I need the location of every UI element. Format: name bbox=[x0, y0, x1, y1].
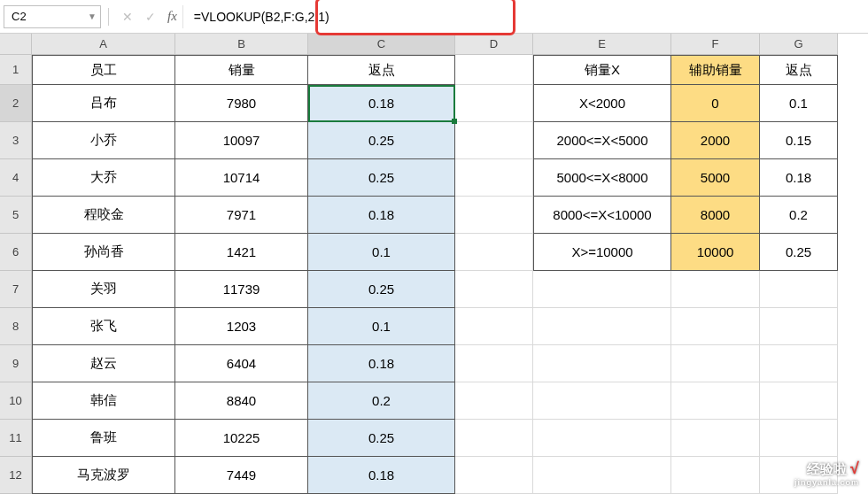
cell-C7[interactable]: 0.25 bbox=[308, 271, 455, 308]
cell-G1[interactable]: 返点 bbox=[760, 55, 838, 85]
cell-B10[interactable]: 8840 bbox=[175, 382, 308, 420]
cell-D5[interactable] bbox=[455, 197, 533, 234]
cell-B4[interactable]: 10714 bbox=[175, 159, 308, 197]
cell-G4[interactable]: 0.18 bbox=[760, 159, 838, 197]
col-header-E[interactable]: E bbox=[533, 34, 671, 55]
cell-B3[interactable]: 10097 bbox=[175, 122, 308, 159]
row-header-9[interactable]: 9 bbox=[0, 345, 32, 382]
row-header-5[interactable]: 5 bbox=[0, 197, 32, 234]
cell-B1[interactable]: 销量 bbox=[175, 55, 308, 85]
cell-A5[interactable]: 程咬金 bbox=[32, 197, 175, 234]
cell-C3[interactable]: 0.25 bbox=[308, 122, 455, 159]
cell-G9[interactable] bbox=[760, 345, 838, 382]
col-header-A[interactable]: A bbox=[32, 34, 175, 55]
cell-F10[interactable] bbox=[671, 382, 760, 420]
dropdown-icon[interactable]: ▼ bbox=[88, 12, 97, 21]
cell-A3[interactable]: 小乔 bbox=[32, 122, 175, 159]
cell-B5[interactable]: 7971 bbox=[175, 197, 308, 234]
cell-G10[interactable] bbox=[760, 382, 838, 420]
cell-C2[interactable]: 0.18 bbox=[308, 85, 455, 122]
cell-B9[interactable]: 6404 bbox=[175, 345, 308, 382]
cell-D3[interactable] bbox=[455, 122, 533, 159]
cell-E9[interactable] bbox=[533, 345, 671, 382]
cell-E11[interactable] bbox=[533, 420, 671, 457]
cell-E4[interactable]: 5000<=X<8000 bbox=[533, 159, 671, 197]
cell-G6[interactable]: 0.25 bbox=[760, 234, 838, 271]
row-header-2[interactable]: 2 bbox=[0, 85, 32, 122]
cell-F2[interactable]: 0 bbox=[671, 85, 760, 122]
cell-F7[interactable] bbox=[671, 271, 760, 308]
cell-A4[interactable]: 大乔 bbox=[32, 159, 175, 197]
row-header-1[interactable]: 1 bbox=[0, 55, 32, 85]
cell-C6[interactable]: 0.1 bbox=[308, 234, 455, 271]
cell-D7[interactable] bbox=[455, 271, 533, 308]
row-header-8[interactable]: 8 bbox=[0, 308, 32, 345]
cell-E1[interactable]: 销量X bbox=[533, 55, 671, 85]
cell-C12[interactable]: 0.18 bbox=[308, 457, 455, 494]
cell-F11[interactable] bbox=[671, 420, 760, 457]
cell-B11[interactable]: 10225 bbox=[175, 420, 308, 457]
cell-E6[interactable]: X>=10000 bbox=[533, 234, 671, 271]
cell-G8[interactable] bbox=[760, 308, 838, 345]
cell-F6[interactable]: 10000 bbox=[671, 234, 760, 271]
cell-E2[interactable]: X<2000 bbox=[533, 85, 671, 122]
cell-D1[interactable] bbox=[455, 55, 533, 85]
cell-E5[interactable]: 8000<=X<10000 bbox=[533, 197, 671, 234]
row-header-4[interactable]: 4 bbox=[0, 159, 32, 197]
col-header-G[interactable]: G bbox=[760, 34, 838, 55]
row-header-6[interactable]: 6 bbox=[0, 234, 32, 271]
cell-B2[interactable]: 7980 bbox=[175, 85, 308, 122]
col-header-F[interactable]: F bbox=[671, 34, 760, 55]
cell-F9[interactable] bbox=[671, 345, 760, 382]
cell-B6[interactable]: 1421 bbox=[175, 234, 308, 271]
cell-F5[interactable]: 8000 bbox=[671, 197, 760, 234]
col-header-C[interactable]: C bbox=[308, 34, 455, 55]
cell-G7[interactable] bbox=[760, 271, 838, 308]
row-header-7[interactable]: 7 bbox=[0, 271, 32, 308]
cell-G3[interactable]: 0.15 bbox=[760, 122, 838, 159]
cell-D8[interactable] bbox=[455, 308, 533, 345]
cell-C10[interactable]: 0.2 bbox=[308, 382, 455, 420]
formula-input[interactable]: =VLOOKUP(B2,F:G,2,1) bbox=[182, 5, 864, 28]
cell-G2[interactable]: 0.1 bbox=[760, 85, 838, 122]
fx-icon[interactable]: fx bbox=[167, 9, 177, 24]
cell-B7[interactable]: 11739 bbox=[175, 271, 308, 308]
select-all-corner[interactable] bbox=[0, 34, 32, 55]
cell-F1[interactable]: 辅助销量 bbox=[671, 55, 760, 85]
cell-F3[interactable]: 2000 bbox=[671, 122, 760, 159]
cell-C11[interactable]: 0.25 bbox=[308, 420, 455, 457]
cell-A11[interactable]: 鲁班 bbox=[32, 420, 175, 457]
cell-A8[interactable]: 张飞 bbox=[32, 308, 175, 345]
cell-A2[interactable]: 吕布 bbox=[32, 85, 175, 122]
cell-C4[interactable]: 0.25 bbox=[308, 159, 455, 197]
cell-C1[interactable]: 返点 bbox=[308, 55, 455, 85]
cell-A6[interactable]: 孙尚香 bbox=[32, 234, 175, 271]
confirm-icon[interactable]: ✓ bbox=[139, 10, 162, 24]
cell-D12[interactable] bbox=[455, 457, 533, 494]
spreadsheet-grid[interactable]: ABCDEFG1员工销量返点销量X辅助销量返点2吕布79800.18X<2000… bbox=[0, 34, 868, 494]
row-header-11[interactable]: 11 bbox=[0, 420, 32, 457]
cell-D9[interactable] bbox=[455, 345, 533, 382]
cell-D4[interactable] bbox=[455, 159, 533, 197]
col-header-B[interactable]: B bbox=[175, 34, 308, 55]
cell-D6[interactable] bbox=[455, 234, 533, 271]
cell-G11[interactable] bbox=[760, 420, 838, 457]
name-box[interactable]: C2 ▼ bbox=[4, 5, 101, 28]
cell-B12[interactable]: 7449 bbox=[175, 457, 308, 494]
cell-C9[interactable]: 0.18 bbox=[308, 345, 455, 382]
cell-A1[interactable]: 员工 bbox=[32, 55, 175, 85]
row-header-12[interactable]: 12 bbox=[0, 457, 32, 494]
cancel-icon[interactable]: ✕ bbox=[116, 10, 139, 24]
cell-A7[interactable]: 关羽 bbox=[32, 271, 175, 308]
fill-handle[interactable] bbox=[452, 119, 457, 124]
cell-D10[interactable] bbox=[455, 382, 533, 420]
cell-D2[interactable] bbox=[455, 85, 533, 122]
cell-G5[interactable]: 0.2 bbox=[760, 197, 838, 234]
cell-B8[interactable]: 1203 bbox=[175, 308, 308, 345]
cell-D11[interactable] bbox=[455, 420, 533, 457]
cell-E10[interactable] bbox=[533, 382, 671, 420]
cell-C8[interactable]: 0.1 bbox=[308, 308, 455, 345]
cell-A9[interactable]: 赵云 bbox=[32, 345, 175, 382]
cell-F8[interactable] bbox=[671, 308, 760, 345]
cell-E3[interactable]: 2000<=X<5000 bbox=[533, 122, 671, 159]
